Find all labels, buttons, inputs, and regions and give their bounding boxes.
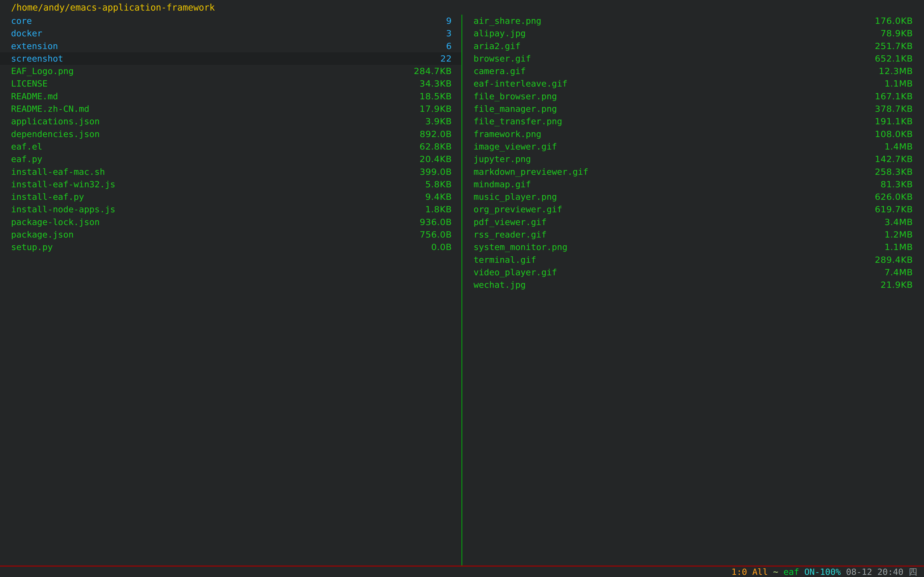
directory-name: screenshot	[11, 52, 63, 65]
file-size: 1.2MB	[885, 228, 913, 241]
file-row[interactable]: framework.png108.0KB	[462, 128, 924, 140]
directory-row[interactable]: core9	[0, 15, 462, 27]
file-row[interactable]: package.json756.0B	[0, 228, 462, 241]
modeline-cursor-position: 1:0	[732, 567, 747, 577]
file-row[interactable]: README.md18.5KB	[0, 90, 462, 103]
file-size: 1.1MB	[885, 77, 913, 90]
file-size: 142.7KB	[875, 153, 913, 165]
file-name: browser.gif	[473, 52, 531, 65]
file-size: 0.0B	[431, 241, 452, 253]
file-size: 108.0KB	[875, 128, 913, 140]
file-list-right: air_share.png176.0KBalipay.jpg78.9KBaria…	[462, 15, 924, 292]
file-row[interactable]: LICENSE34.3KB	[0, 77, 462, 90]
file-size: 251.7KB	[875, 40, 913, 52]
directory-count: 9	[446, 15, 452, 27]
file-size: 626.0KB	[875, 191, 913, 203]
directory-count: 6	[446, 40, 452, 52]
file-size: 399.0B	[420, 166, 452, 178]
file-name: air_share.png	[473, 15, 541, 27]
file-row[interactable]: system_monitor.png1.1MB	[462, 241, 924, 253]
file-row[interactable]: package-lock.json936.0B	[0, 216, 462, 228]
file-name: file_manager.png	[473, 103, 557, 115]
file-row[interactable]: wechat.jpg21.9KB	[462, 279, 924, 291]
file-row[interactable]: dependencies.json892.0B	[0, 128, 462, 140]
file-row[interactable]: install-node-apps.js1.8KB	[0, 203, 462, 216]
file-name: package-lock.json	[11, 216, 100, 228]
file-name: pdf_viewer.gif	[473, 216, 546, 228]
file-size: 81.3KB	[881, 178, 913, 191]
file-size: 7.4MB	[885, 266, 913, 279]
file-size: 258.3KB	[875, 166, 913, 178]
file-row[interactable]: applications.json3.9KB	[0, 115, 462, 128]
directory-count: 3	[446, 27, 452, 40]
file-row[interactable]: air_share.png176.0KB	[462, 15, 924, 27]
file-name: org_previewer.gif	[473, 203, 562, 216]
file-name: install-node-apps.js	[11, 203, 115, 216]
file-size: 756.0B	[420, 228, 452, 241]
file-list-left: core9docker3extension6screenshot22EAF_Lo…	[0, 15, 462, 254]
file-name: video_player.gif	[473, 266, 557, 279]
file-row[interactable]: README.zh-CN.md17.9KB	[0, 103, 462, 115]
file-row[interactable]: org_previewer.gif619.7KB	[462, 203, 924, 216]
file-name: install-eaf.py	[11, 191, 84, 203]
file-row[interactable]: mindmap.gif81.3KB	[462, 178, 924, 191]
file-size: 3.4MB	[885, 216, 913, 228]
file-size: 619.7KB	[875, 203, 913, 216]
file-row[interactable]: file_browser.png167.1KB	[462, 90, 924, 103]
modeline-app-name: eaf	[783, 567, 799, 577]
file-size: 378.7KB	[875, 103, 913, 115]
file-name: file_transfer.png	[473, 115, 562, 128]
file-row[interactable]: rss_reader.gif1.2MB	[462, 228, 924, 241]
directory-row[interactable]: docker3	[0, 27, 462, 40]
directory-row[interactable]: extension6	[0, 40, 462, 52]
file-row[interactable]: browser.gif652.1KB	[462, 52, 924, 65]
file-row[interactable]: eaf-interleave.gif1.1MB	[462, 77, 924, 90]
file-size: 191.1KB	[875, 115, 913, 128]
file-name: camera.gif	[473, 65, 526, 77]
directory-name: extension	[11, 40, 58, 52]
file-row[interactable]: jupyter.png142.7KB	[462, 153, 924, 165]
file-row[interactable]: install-eaf-mac.sh399.0B	[0, 166, 462, 178]
file-row[interactable]: EAF_Logo.png284.7KB	[0, 65, 462, 77]
file-row[interactable]: markdown_previewer.gif258.3KB	[462, 166, 924, 178]
file-name: README.zh-CN.md	[11, 103, 89, 115]
file-row[interactable]: music_player.png626.0KB	[462, 191, 924, 203]
file-row[interactable]: pdf_viewer.gif3.4MB	[462, 216, 924, 228]
file-row[interactable]: camera.gif12.3MB	[462, 65, 924, 77]
file-name: LICENSE	[11, 77, 48, 90]
modeline: 1:0 All ~ eaf ON-100% 08-12 20:40 四	[0, 567, 924, 577]
file-size: 1.1MB	[885, 241, 913, 253]
file-row[interactable]: alipay.jpg78.9KB	[462, 27, 924, 40]
file-name: applications.json	[11, 115, 100, 128]
file-name: package.json	[11, 228, 74, 241]
modeline-datetime: 08-12 20:40	[846, 567, 903, 577]
file-name: file_browser.png	[473, 90, 557, 103]
file-size: 78.9KB	[881, 27, 913, 40]
file-row[interactable]: aria2.gif251.7KB	[462, 40, 924, 52]
directory-row[interactable]: screenshot22	[0, 52, 462, 65]
file-row[interactable]: terminal.gif289.4KB	[462, 254, 924, 266]
modeline-tilde: ~	[773, 567, 779, 577]
file-row[interactable]: eaf.py20.4KB	[0, 153, 462, 165]
directory-count: 22	[440, 52, 452, 65]
file-row[interactable]: eaf.el62.8KB	[0, 140, 462, 153]
file-name: system_monitor.png	[473, 241, 567, 253]
file-row[interactable]: video_player.gif7.4MB	[462, 266, 924, 279]
file-size: 289.4KB	[875, 254, 913, 266]
file-name: README.md	[11, 90, 58, 103]
file-row[interactable]: install-eaf.py9.4KB	[0, 191, 462, 203]
file-row[interactable]: file_transfer.png191.1KB	[462, 115, 924, 128]
file-row[interactable]: install-eaf-win32.js5.8KB	[0, 178, 462, 191]
file-size: 18.5KB	[420, 90, 452, 103]
file-row[interactable]: image_viewer.gif1.4MB	[462, 140, 924, 153]
file-row[interactable]: file_manager.png378.7KB	[462, 103, 924, 115]
file-size: 9.4KB	[425, 191, 452, 203]
file-size: 3.9KB	[425, 115, 452, 128]
file-name: rss_reader.gif	[473, 228, 546, 241]
file-row[interactable]: setup.py0.0B	[0, 241, 462, 253]
file-size: 12.3MB	[879, 65, 913, 77]
path-header: /home/andy/emacs-application-framework	[0, 0, 924, 15]
file-size: 1.4MB	[885, 140, 913, 153]
file-size: 167.1KB	[875, 90, 913, 103]
modeline-scroll-state: All	[752, 567, 768, 577]
